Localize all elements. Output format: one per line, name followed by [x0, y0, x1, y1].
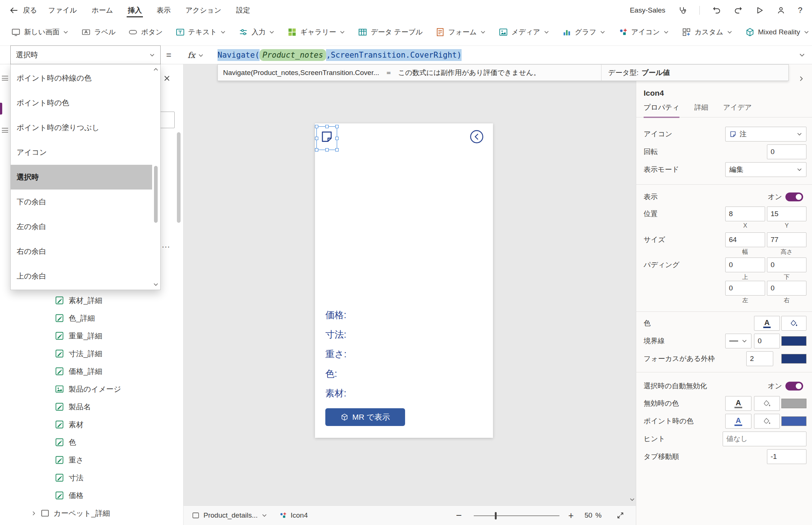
border-style-dropdown[interactable]: [725, 334, 751, 348]
view-in-mr-button[interactable]: MR で表示: [325, 408, 405, 426]
note-icon[interactable]: [320, 130, 334, 144]
tree-item[interactable]: 寸法: [0, 469, 183, 487]
formula-input[interactable]: Navigate(Product_notes,ScreenTransition.…: [217, 46, 462, 64]
ribbon-form[interactable]: フォーム: [435, 27, 486, 37]
zoom-out-button[interactable]: −: [456, 506, 462, 525]
resize-handle[interactable]: [325, 148, 329, 151]
ribbon-new-screen[interactable]: 新しい画面: [11, 27, 69, 37]
ribbon-custom[interactable]: カスタム: [682, 27, 733, 37]
position-x-input[interactable]: [725, 207, 765, 221]
border-color-swatch[interactable]: [781, 336, 806, 346]
menu-view[interactable]: 表示: [157, 0, 171, 21]
app-checker-icon[interactable]: [678, 6, 687, 15]
zoom-in-button[interactable]: +: [568, 506, 574, 525]
ribbon-chart[interactable]: グラフ: [562, 27, 606, 37]
scrollbar-thumb[interactable]: [154, 166, 158, 223]
property-selector[interactable]: 選択時: [10, 45, 161, 64]
tree-item[interactable]: 色_詳細: [0, 309, 183, 327]
width-input[interactable]: [725, 232, 765, 247]
fullscreen-icon[interactable]: [616, 511, 624, 519]
scroll-up-icon[interactable]: [153, 67, 159, 72]
resize-handle[interactable]: [315, 148, 318, 151]
tree-item[interactable]: 素材_詳細: [0, 292, 183, 309]
padding-left-input[interactable]: [725, 281, 765, 296]
color-label[interactable]: 色:: [325, 364, 347, 383]
resize-handle[interactable]: [315, 137, 318, 140]
ribbon-input[interactable]: 入力: [239, 27, 275, 37]
back-button[interactable]: 戻る: [10, 6, 37, 15]
resize-handle[interactable]: [315, 125, 318, 128]
tree-item-screen[interactable]: カーペット_詳細: [0, 504, 183, 522]
dropdown-scrollbar[interactable]: [151, 64, 160, 290]
selected-control-indicator[interactable]: Icon4: [279, 506, 308, 525]
menu-insert[interactable]: 挿入: [128, 0, 142, 21]
ribbon-media[interactable]: メディア: [498, 27, 549, 37]
dropdown-item-selected[interactable]: 選択時: [11, 165, 152, 190]
material-label[interactable]: 素材:: [325, 383, 347, 403]
dropdown-item[interactable]: ポイント時の色: [11, 91, 152, 115]
ribbon-mixed-reality[interactable]: Mixed Reality: [745, 27, 809, 37]
auto-disable-toggle[interactable]: [785, 382, 803, 391]
resize-handle[interactable]: [325, 125, 329, 128]
panel-collapse-icon[interactable]: [798, 75, 805, 82]
hover-font-color-button[interactable]: A: [725, 414, 751, 429]
fill-color-button[interactable]: [781, 316, 806, 331]
account-icon[interactable]: [777, 6, 785, 15]
tree-item[interactable]: 製品のイメージ: [0, 380, 183, 398]
height-input[interactable]: [767, 232, 806, 247]
padding-right-input[interactable]: [767, 281, 806, 296]
padding-bottom-input[interactable]: [767, 258, 806, 272]
tree-item[interactable]: 製品名: [0, 398, 183, 416]
ribbon-gallery[interactable]: ギャラリー: [287, 27, 345, 37]
dropdown-item[interactable]: 上の余白: [11, 264, 152, 289]
tree-view-rail-icon[interactable]: [2, 76, 8, 81]
tab-index-input[interactable]: [767, 449, 806, 464]
undo-icon[interactable]: [712, 6, 721, 15]
tree-item[interactable]: 価格_詳細: [0, 362, 183, 380]
resize-handle[interactable]: [335, 137, 339, 140]
preview-icon[interactable]: [755, 6, 764, 15]
border-width-input[interactable]: [754, 334, 780, 348]
focus-border-color-swatch[interactable]: [781, 354, 806, 364]
hover-fill-button[interactable]: [754, 414, 780, 429]
tree-item[interactable]: 素材: [0, 416, 183, 433]
dropdown-item[interactable]: 左の余白: [11, 214, 152, 239]
weight-label[interactable]: 重さ:: [325, 344, 347, 364]
tree-item[interactable]: 価格: [0, 487, 183, 504]
ribbon-text[interactable]: テキスト: [175, 27, 226, 37]
price-label[interactable]: 価格:: [325, 305, 347, 325]
ribbon-icons[interactable]: アイコン: [618, 27, 669, 37]
dimensions-label[interactable]: 寸法:: [325, 325, 347, 344]
zoom-slider-thumb[interactable]: [495, 512, 497, 519]
item-overflow-menu[interactable]: …: [161, 239, 171, 250]
ribbon-data-table[interactable]: データ テーブル: [358, 27, 423, 37]
back-circle-icon[interactable]: [469, 129, 484, 144]
canvas-scroll-down-icon[interactable]: [629, 497, 635, 502]
scroll-down-icon[interactable]: [153, 282, 159, 287]
resize-handle[interactable]: [335, 125, 339, 128]
dropdown-item[interactable]: 右の余白: [11, 239, 152, 264]
font-color-button[interactable]: A: [754, 316, 780, 331]
tree-item[interactable]: 寸法_詳細: [0, 345, 183, 362]
zoom-slider-track[interactable]: [474, 515, 559, 516]
menu-settings[interactable]: 設定: [236, 0, 250, 21]
tree-item[interactable]: 重量_詳細: [0, 327, 183, 345]
resize-handle[interactable]: [335, 148, 339, 151]
display-mode-dropdown[interactable]: 編集: [725, 162, 806, 177]
disabled-color-swatch[interactable]: [781, 399, 806, 408]
formula-expand-button[interactable]: [799, 46, 805, 64]
hover-color-swatch[interactable]: [781, 416, 806, 426]
position-y-input[interactable]: [767, 207, 806, 221]
dropdown-item[interactable]: アイコン: [11, 140, 152, 165]
tab-advanced[interactable]: 詳細: [694, 103, 708, 118]
help-icon[interactable]: ?: [798, 6, 802, 15]
dropdown-item[interactable]: 下の余白: [11, 190, 152, 214]
tab-properties[interactable]: プロパティ: [644, 103, 679, 118]
padding-top-input[interactable]: [725, 258, 765, 272]
tree-item[interactable]: 重さ: [0, 451, 183, 469]
disabled-font-color-button[interactable]: A: [725, 396, 751, 411]
canvas-screen[interactable]: 価格: 寸法: 重さ: 色: 素材: MR で表示: [315, 123, 493, 438]
screen-selector[interactable]: Product_details...: [192, 506, 267, 525]
fx-button[interactable]: fx: [184, 48, 208, 62]
menu-file[interactable]: ファイル: [48, 0, 77, 21]
